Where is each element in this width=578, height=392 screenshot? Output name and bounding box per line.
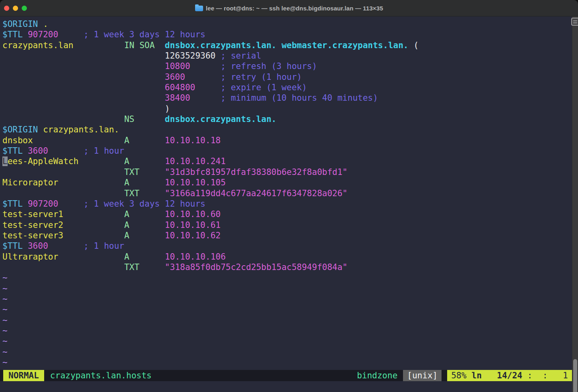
zoom-button[interactable] <box>22 6 27 11</box>
zone-file-buffer: $ORIGIN .$TTL 907200 ; 1 week 3 days 12 … <box>0 16 572 368</box>
vim-mode-indicator: NORMAL <box>3 370 44 381</box>
terminal-line: 3600 ; retry (1 hour) <box>2 72 572 82</box>
close-button[interactable] <box>4 6 9 11</box>
statusline-filename: crazypants.lan.hosts <box>50 371 152 380</box>
terminal-line: 1263529360 ; serial <box>2 51 572 61</box>
terminal-line: $TTL 907200 ; 1 week 3 days 12 hours <box>2 29 572 40</box>
traffic-lights <box>4 6 27 11</box>
terminal-window: lee — root@dns: ~ — ssh lee@dns.bigdinos… <box>0 0 578 392</box>
empty-line-tilde: ~ <box>2 294 572 304</box>
vim-statusline: NORMAL crazypants.lan.hosts bindzone [un… <box>0 370 572 381</box>
empty-line-tilde: ~ <box>2 315 572 325</box>
terminal-line: TXT "318a85f0db75c2cd25bb15ac58949f084a" <box>2 262 572 272</box>
terminal-line: TXT "3166a119dd4c677aa24617f6347828a026" <box>2 188 572 199</box>
terminal-line: Microraptor A 10.10.10.105 <box>2 177 572 188</box>
empty-line-tilde: ~ <box>2 272 572 283</box>
empty-line-tilde: ~ <box>2 304 572 315</box>
statusline-position: 58% ln 14/24 : : 1 <box>447 370 572 381</box>
terminal-line: test-server2 A 10.10.10.61 <box>2 220 572 230</box>
window-title: lee — root@dns: ~ — ssh lee@dns.bigdinos… <box>206 5 383 12</box>
terminal-line: dnsbox A 10.10.10.18 <box>2 135 572 146</box>
terminal-line: Lees-AppleWatch A 10.10.10.241 <box>2 156 572 167</box>
terminal-line: $ORIGIN . <box>2 19 572 29</box>
terminal-line: $TTL 907200 ; 1 week 3 days 12 hours <box>2 199 572 209</box>
terminal-line: NS dnsbox.crazypants.lan. <box>2 114 572 124</box>
terminal-line: $TTL 3600 ; 1 hour <box>2 146 572 156</box>
vim-cursor: L <box>2 156 8 166</box>
titlebar[interactable]: lee — root@dns: ~ — ssh lee@dns.bigdinos… <box>0 0 578 16</box>
terminal-line: test-server3 A 10.10.10.62 <box>2 230 572 241</box>
terminal-line: $TTL 3600 ; 1 hour <box>2 241 572 251</box>
terminal-line: ) <box>2 104 572 114</box>
window-title-area: lee — root@dns: ~ — ssh lee@dns.bigdinos… <box>0 5 578 12</box>
terminal-line: 604800 ; expire (1 week) <box>2 82 572 93</box>
folder-icon <box>195 6 203 11</box>
terminal-line: crazypants.lan IN SOA dnsbox.crazypants.… <box>2 40 572 51</box>
statusline-filetype: bindzone <box>357 371 397 380</box>
terminal-line: 10800 ; refresh (3 hours) <box>2 61 572 71</box>
empty-line-tilde: ~ <box>2 283 572 294</box>
minimize-button[interactable] <box>13 6 18 11</box>
vim-command-line <box>0 381 572 392</box>
scrollbar-thumb[interactable] <box>573 359 577 392</box>
empty-line-tilde: ~ <box>2 336 572 346</box>
terminal-line: $ORIGIN crazypants.lan. <box>2 124 572 135</box>
split-pane-icon[interactable] <box>571 18 578 26</box>
terminal-line: 38400 ; minimum (10 hours 40 minutes) <box>2 93 572 103</box>
terminal-line: TXT "31d3bfc81957dfaf38380b6e32f8a0bfd1" <box>2 167 572 177</box>
terminal-line: Ultraraptor A 10.10.10.106 <box>2 252 572 262</box>
statusline-fileformat: [unix] <box>403 370 442 381</box>
scrollbar-track[interactable] <box>572 16 578 392</box>
empty-line-tilde: ~ <box>2 357 572 368</box>
terminal-screen[interactable]: $ORIGIN .$TTL 907200 ; 1 week 3 days 12 … <box>0 16 572 392</box>
terminal-line: test-server1 A 10.10.10.60 <box>2 209 572 219</box>
empty-line-tilde: ~ <box>2 325 572 336</box>
empty-line-tilde: ~ <box>2 347 572 357</box>
